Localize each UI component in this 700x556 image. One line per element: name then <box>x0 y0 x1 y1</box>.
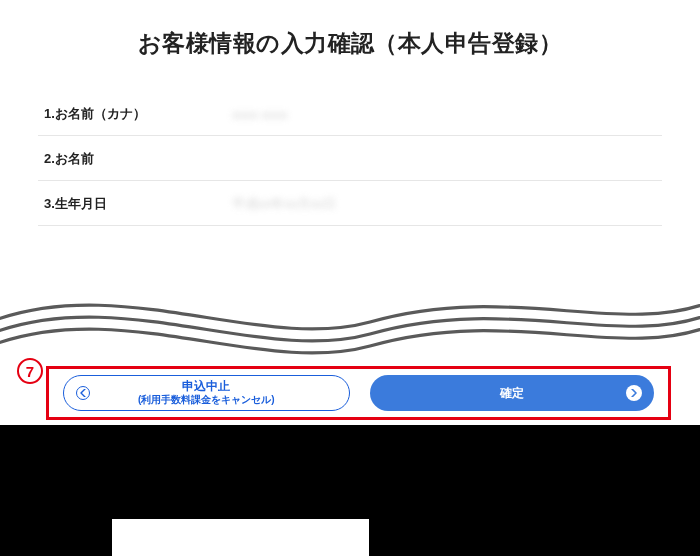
cancel-button[interactable]: 申込中止 (利用手数料課金をキャンセル) <box>63 375 350 411</box>
truncation-wave <box>0 282 700 360</box>
value-name-kana: xxxx xxxx <box>232 107 288 122</box>
step-number: 7 <box>26 363 34 380</box>
cancel-label: 申込中止 <box>182 380 230 394</box>
chevron-left-icon <box>76 386 90 400</box>
chevron-right-icon <box>626 385 642 401</box>
cancel-sublabel: (利用手数料課金をキャンセル) <box>138 394 275 406</box>
label-name-kana: 1.お名前（カナ） <box>44 105 232 123</box>
row-name: 2.お名前 <box>38 136 662 181</box>
row-name-kana: 1.お名前（カナ） xxxx xxxx <box>38 91 662 136</box>
action-bar-highlight: 申込中止 (利用手数料課金をキャンセル) 確定 <box>46 366 671 420</box>
confirm-label: 確定 <box>500 385 524 402</box>
blackout-notch <box>112 519 369 556</box>
blackout-area <box>0 425 700 556</box>
confirm-button[interactable]: 確定 <box>370 375 655 411</box>
value-birthdate: 平成xx年xx月xx日 <box>232 195 336 213</box>
label-birthdate: 3.生年月日 <box>44 195 232 213</box>
row-birthdate: 3.生年月日 平成xx年xx月xx日 <box>38 181 662 226</box>
step-marker: 7 <box>17 358 43 384</box>
label-name: 2.お名前 <box>44 150 232 168</box>
page-title: お客様情報の入力確認（本人申告登録） <box>38 0 662 91</box>
confirmation-page: お客様情報の入力確認（本人申告登録） 1.お名前（カナ） xxxx xxxx 2… <box>0 0 700 556</box>
content-area: お客様情報の入力確認（本人申告登録） 1.お名前（カナ） xxxx xxxx 2… <box>0 0 700 226</box>
